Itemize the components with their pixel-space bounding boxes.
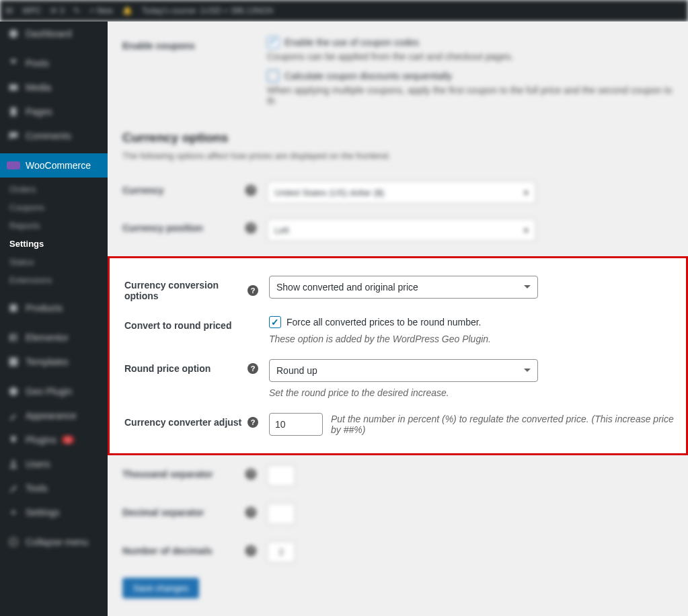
menu-label: Pages [26,106,52,117]
menu-users[interactable]: Users [0,452,108,476]
round-price-description: These option is added by the WordPress G… [269,334,686,344]
admin-bar-site[interactable]: WPC [22,6,41,15]
menu-label: WooCommerce [26,160,91,171]
svg-rect-3 [10,305,17,312]
currency-position-select[interactable]: Left▾ [267,219,536,241]
gear-icon [7,506,20,519]
admin-bar-item[interactable]: W [5,6,13,15]
menu-elementor[interactable]: Elementor [0,325,108,350]
menu-label: Tools [26,483,48,494]
wrench-icon [7,482,20,495]
woocommerce-submenu: Orders Coupons Reports Settings Status E… [0,178,108,296]
collapse-icon [7,535,20,549]
currency-label: Currency [122,185,163,196]
admin-bar: W WPC ⟳ 3 ✎ + New 🔔 Today's course: 1USD… [0,0,688,22]
round-price-check-label: Force all converted prices to be round n… [286,317,482,328]
calc-sequential-checkbox[interactable] [267,70,279,82]
round-option-label: Round price option [124,363,211,374]
submenu-settings[interactable]: Settings [0,235,108,253]
menu-label: Posts [26,58,49,69]
decimal-sep-input[interactable] [267,503,295,525]
users-icon [7,457,20,471]
menu-plugins[interactable]: Plugins1 [0,428,108,452]
menu-settings[interactable]: Settings [0,500,108,525]
products-icon [7,301,20,315]
svg-rect-1 [9,85,18,91]
menu-media[interactable]: Media [0,75,108,100]
chevron-down-icon [524,285,531,292]
enable-coupons-checkbox[interactable] [267,36,279,48]
thousand-sep-input[interactable] [267,465,295,486]
comment-icon [7,129,20,143]
pin-icon [7,56,20,70]
help-icon[interactable]: ? [245,469,256,479]
menu-templates[interactable]: Templates [0,350,108,374]
save-changes-button[interactable]: Save changes [122,578,199,599]
currency-position-value: Left [274,225,289,235]
help-icon[interactable]: ? [245,223,256,233]
help-icon[interactable]: ? [247,285,258,296]
calc-sequential-text: Calculate coupon discounts sequentially [284,71,452,81]
admin-bar-info: Today's course: 1USD = 396.13NGN [142,6,273,15]
menu-posts[interactable]: Posts [0,51,108,75]
elementor-icon [7,331,20,344]
menu-collapse[interactable]: Collapse menu [0,530,108,554]
conversion-options-value: Show converted and original price [276,282,418,293]
round-option-desc: Set the round price to the desired incre… [269,387,686,398]
admin-sidebar: Dashboard Posts Media Pages Comments Woo… [0,22,108,616]
help-icon[interactable]: ? [245,185,256,196]
dashboard-icon [7,27,20,40]
menu-label: Templates [26,356,69,367]
round-option-value: Round up [276,365,317,376]
submenu-reports[interactable]: Reports [0,217,108,235]
enable-coupons-check-text: Enable the use of coupon codes [284,37,419,48]
help-icon[interactable]: ? [247,363,258,374]
menu-geoplugin[interactable]: Geo Plugin [0,379,108,403]
menu-label: Geo Plugin [26,386,72,397]
currency-select[interactable]: United States (US) dollar ($)▾ [267,181,536,204]
chevron-down-icon [524,369,531,375]
menu-products[interactable]: Products [0,296,108,320]
admin-bar-new[interactable]: + New [89,6,112,15]
adjust-input[interactable] [269,413,323,436]
num-decimals-input[interactable]: 2 [267,541,295,563]
round-option-select[interactable]: Round up [269,359,538,382]
submenu-coupons[interactable]: Coupons [0,198,108,217]
help-icon[interactable]: ? [245,507,256,518]
svg-rect-6 [13,337,17,339]
menu-appearance[interactable]: Appearance [0,403,108,428]
menu-label: Products [26,303,63,313]
blurred-upper-settings: Enable coupons Enable the use of coupon … [108,22,688,241]
blurred-lower-settings: Thousand separator? Decimal separator? N… [108,465,688,612]
media-icon [7,81,20,94]
menu-tools[interactable]: Tools [0,476,108,500]
help-icon[interactable]: ? [245,545,256,556]
svg-point-11 [11,510,15,514]
conversion-options-select[interactable]: Show converted and original price [269,276,538,299]
svg-point-10 [11,461,15,464]
admin-bar-updates[interactable]: ⟳ 3 [50,6,64,15]
admin-bar-comments[interactable]: ✎ [73,6,80,15]
menu-label: Settings [26,507,60,518]
menu-dashboard[interactable]: Dashboard [0,22,108,46]
content-area: Enable coupons Enable the use of coupon … [108,22,688,616]
calc-sequential-desc: When applying multiple coupons, apply th… [267,85,673,106]
menu-label: Collapse menu [26,537,88,547]
submenu-orders[interactable]: Orders [0,180,108,198]
brush-icon [7,409,20,422]
menu-label: Appearance [26,410,77,421]
admin-bar-notifications[interactable]: 🔔 [122,6,132,15]
menu-label: Media [26,82,51,93]
help-icon[interactable]: ? [247,417,258,428]
menu-label: Plugins [26,434,56,445]
menu-label: Comments [26,130,71,141]
convert-round-label: Convert to round priced [124,320,231,331]
menu-pages[interactable]: Pages [0,100,108,124]
menu-comments[interactable]: Comments [0,124,108,148]
submenu-status[interactable]: Status [0,253,108,271]
svg-point-9 [9,387,18,396]
menu-woocommerce[interactable]: WooCommerce [0,153,108,178]
round-price-checkbox[interactable] [269,316,281,328]
submenu-extensions[interactable]: Extensions [0,271,108,289]
decimal-sep-label: Decimal separator [122,507,204,518]
